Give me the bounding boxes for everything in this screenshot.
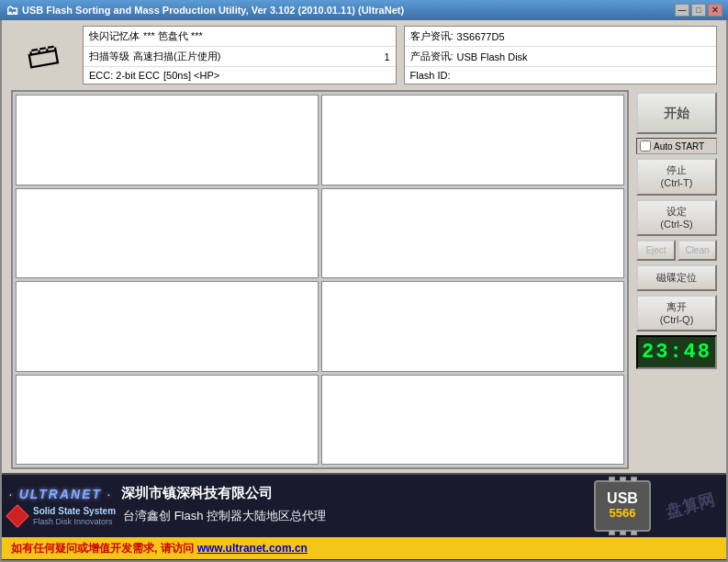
bottom-banner: · ULTRANET · 深圳市镇深科技有限公司 Solid State Sys… [2, 473, 726, 560]
chip-model: 5566 [610, 506, 636, 521]
stop-button[interactable]: 停止 (Ctrl-T) [636, 158, 717, 196]
title-text: USB Flash Sorting and Mass Production Ut… [22, 5, 675, 16]
scan-level-value: 高速扫描(正片使用) [133, 50, 380, 63]
chip-pin-3 [631, 477, 637, 482]
grid-row-2 [16, 188, 624, 279]
ecc-label: ECC: 2-bit ECC [89, 70, 160, 81]
customer-label: 客户资讯: [410, 29, 454, 43]
auto-start-checkbox[interactable] [640, 140, 651, 152]
product-value: USB Flash Disk [457, 51, 528, 62]
settings-button[interactable]: 设定 (Ctrl-S) [636, 199, 717, 237]
minimize-button[interactable]: — [675, 4, 689, 17]
grid-cell-3-1 [16, 281, 319, 372]
grid-row-1 [16, 95, 624, 185]
grid-cell-1-1 [16, 95, 319, 185]
usb-drives-image: 🗃 [24, 36, 62, 74]
stop-line2: (Ctrl-T) [640, 176, 713, 189]
eject-clean-row: Eject Clean [636, 240, 717, 261]
taiwan-text: 台湾鑫创 Flash 控制器大陆地区总代理 [123, 508, 326, 524]
flash-id-row: Flash ID: [405, 67, 717, 84]
chip-pins-top [609, 477, 637, 482]
titlebar: 🗂 USB Flash Sorting and Mass Production … [0, 0, 728, 20]
info-section: 🗃 快闪记忆体 *** 笆盘代 *** 扫描等级 高速扫描(正片使用) 1 EC… [2, 20, 726, 84]
chip-pin-b2 [620, 530, 626, 535]
grid-cell-2-2 [321, 188, 624, 279]
scan-level-num: 1 [384, 51, 389, 62]
scan-level-label: 扫描等级 [89, 50, 129, 63]
disk-locate-button[interactable]: 磁碟定位 [636, 264, 717, 290]
auto-start-label: Auto START [654, 141, 704, 152]
stop-line1: 停止 [640, 163, 713, 176]
chip-pin-b3 [631, 530, 637, 535]
solid-state-row: Solid State System Flash Disk Innovators… [9, 506, 583, 527]
grid-cell-4-1 [16, 375, 319, 466]
chip-pins-bottom [609, 530, 637, 535]
solid-state-diamond-icon [6, 505, 28, 528]
window-controls: — □ ✕ [675, 4, 722, 17]
grid-cell-1-2 [321, 95, 624, 185]
quit-line2: (Ctrl-Q) [640, 313, 713, 326]
ecc-value: [50ns] <HP> [163, 70, 219, 81]
grid-panel [11, 90, 629, 469]
flash-memory-row: 快闪记忆体 *** 笆盘代 *** [84, 27, 396, 47]
chip-pin-b1 [609, 530, 615, 535]
customer-value: 3S6677D5 [457, 31, 505, 42]
grid-row-3 [16, 281, 624, 372]
grid-cell-2-1 [16, 188, 319, 279]
maximize-button[interactable]: □ [691, 4, 706, 17]
settings-line1: 设定 [640, 205, 713, 218]
eject-button[interactable]: Eject [636, 240, 676, 261]
customer-info-row: 客户资讯: 3S6677D5 [405, 27, 717, 47]
watermark-logo: 盘算网 [664, 489, 717, 523]
product-info-row: 产品资讯: USB Flash Disk [405, 47, 717, 67]
bottom-link-bar: 如有任何疑问或增值开发需求, 请访问 www.ultranet.com.cn [2, 537, 726, 559]
close-button[interactable]: ✕ [708, 4, 722, 17]
company-row: · ULTRANET · 深圳市镇深科技有限公司 [9, 485, 583, 502]
grid-cell-3-2 [321, 281, 624, 372]
usb-chip-label: USB [607, 491, 638, 506]
usb-chip: USB 5566 [594, 480, 651, 532]
flash-memory-label: 快闪记忆体 [89, 29, 140, 43]
auto-start-row: Auto START [636, 138, 717, 154]
scan-level-row: 扫描等级 高速扫描(正片使用) 1 [84, 47, 396, 67]
quit-button[interactable]: 离开 (Ctrl-Q) [636, 295, 717, 332]
chip-pin-1 [609, 477, 615, 482]
chip-pin-2 [620, 477, 626, 482]
start-button[interactable]: 开始 [636, 92, 717, 134]
ecc-row: ECC: 2-bit ECC [50ns] <HP> [84, 67, 396, 84]
main-window: 🗃 快闪记忆体 *** 笆盘代 *** 扫描等级 高速扫描(正片使用) 1 EC… [0, 20, 728, 562]
grid-cell-4-2 [321, 375, 624, 466]
bottom-link-text: 如有任何疑问或增值开发需求, 请访问 [11, 541, 194, 556]
info-box-left: 快闪记忆体 *** 笆盘代 *** 扫描等级 高速扫描(正片使用) 1 ECC:… [83, 26, 397, 84]
flash-id-label: Flash ID: [410, 70, 451, 81]
settings-line2: (Ctrl-S) [640, 218, 713, 230]
title-icon: 🗂 [6, 3, 18, 17]
content-area: 开始 Auto START 停止 (Ctrl-T) 设定 (Ctrl-S) Ej… [2, 84, 726, 473]
flash-memory-value: *** 笆盘代 *** [143, 29, 203, 43]
info-box-right: 客户资讯: 3S6677D5 产品资讯: USB Flash Disk Flas… [404, 26, 718, 84]
clean-button[interactable]: Clean [678, 240, 717, 261]
company-name: 深圳市镇深科技有限公司 [121, 485, 273, 502]
bottom-link-url[interactable]: www.ultranet.com.cn [197, 542, 308, 555]
right-panel: 开始 Auto START 停止 (Ctrl-T) 设定 (Ctrl-S) Ej… [636, 90, 717, 469]
quit-line1: 离开 [640, 300, 713, 313]
product-label: 产品资讯: [410, 50, 454, 63]
grid-row-4 [16, 375, 624, 466]
time-display: 23:48 [636, 335, 717, 369]
ultranet-logo: · ULTRANET · [9, 487, 112, 501]
solid-state-text: Solid State System Flash Disk Innovators [33, 506, 116, 527]
